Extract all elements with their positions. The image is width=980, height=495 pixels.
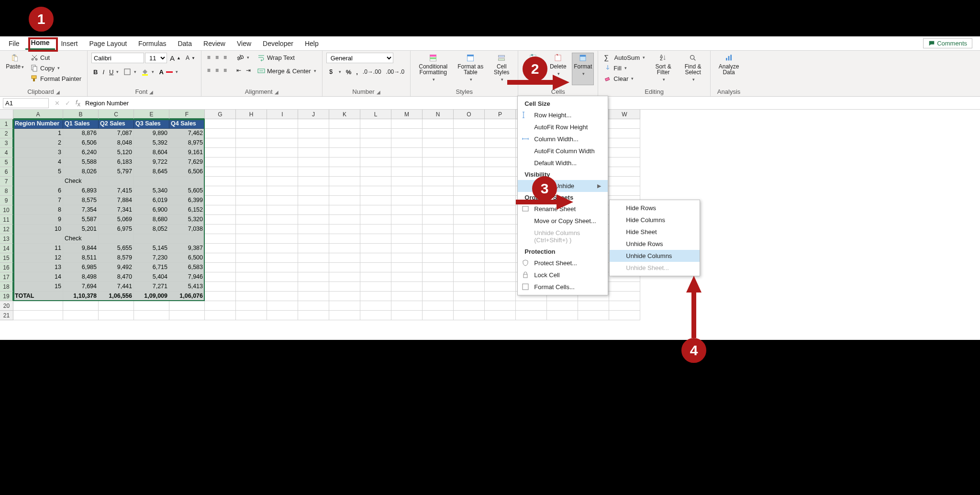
cell[interactable]: 8,498: [63, 272, 99, 282]
submenu-hide-rows[interactable]: Hide Rows: [610, 202, 700, 214]
cell[interactable]: 7,271: [134, 282, 169, 292]
cell[interactable]: [423, 148, 454, 158]
cell[interactable]: [267, 311, 298, 320]
alignment-launcher-icon[interactable]: ◢: [275, 90, 278, 95]
tab-formulas[interactable]: Formulas: [133, 38, 172, 49]
cell[interactable]: [454, 167, 485, 177]
cell[interactable]: 8: [13, 205, 63, 215]
row-header-5[interactable]: 5: [0, 158, 13, 167]
cell[interactable]: 1: [13, 129, 63, 138]
cell[interactable]: 4: [13, 158, 63, 167]
cell[interactable]: [578, 311, 609, 320]
col-header-O[interactable]: O: [454, 110, 485, 119]
menu-col-width[interactable]: Column Width...: [518, 133, 608, 145]
cell[interactable]: [236, 234, 267, 244]
cell[interactable]: [547, 301, 578, 311]
cell[interactable]: [134, 177, 169, 186]
cell[interactable]: [609, 292, 640, 301]
cell[interactable]: [609, 138, 640, 148]
conditional-formatting-button[interactable]: Conditional Formatting: [414, 53, 452, 85]
cell[interactable]: 7,341: [99, 205, 134, 215]
col-header-B[interactable]: B: [63, 110, 99, 119]
cell[interactable]: [99, 177, 134, 186]
row-header-9[interactable]: 9: [0, 196, 13, 205]
cell[interactable]: [423, 311, 454, 320]
cell[interactable]: [13, 177, 63, 186]
cell[interactable]: [485, 225, 516, 234]
cell[interactable]: [298, 292, 329, 301]
cell[interactable]: [205, 244, 236, 253]
col-header-P[interactable]: P: [485, 110, 516, 119]
cell[interactable]: [205, 215, 236, 225]
cell[interactable]: [391, 215, 423, 225]
cell[interactable]: [205, 186, 236, 196]
cell[interactable]: [63, 301, 99, 311]
col-header-E[interactable]: E: [134, 110, 169, 119]
row-header-11[interactable]: 11: [0, 215, 13, 225]
align-top-button[interactable]: ≡: [205, 53, 212, 62]
cell[interactable]: [454, 301, 485, 311]
cell[interactable]: [485, 129, 516, 138]
cell[interactable]: 6,500: [169, 253, 205, 263]
cell[interactable]: [360, 234, 391, 244]
cell[interactable]: [236, 263, 267, 272]
cell[interactable]: [391, 186, 423, 196]
cell[interactable]: [516, 301, 547, 311]
submenu-hide-sheet[interactable]: Hide Sheet: [610, 226, 700, 238]
decrease-indent-button[interactable]: ⇤: [234, 66, 243, 75]
cell[interactable]: [236, 177, 267, 186]
font-color-button[interactable]: A: [157, 68, 179, 77]
cell[interactable]: [485, 311, 516, 320]
tab-home[interactable]: Home: [25, 37, 56, 50]
row-header-8[interactable]: 8: [0, 186, 13, 196]
format-cells-button[interactable]: Format: [572, 53, 594, 85]
menu-lock-cell[interactable]: Lock Cell: [518, 269, 608, 281]
cell[interactable]: [391, 196, 423, 205]
cell[interactable]: [267, 119, 298, 129]
cell[interactable]: 7,415: [99, 186, 134, 196]
cell[interactable]: 15: [13, 282, 63, 292]
cell[interactable]: [329, 263, 360, 272]
cell[interactable]: 9,844: [63, 244, 99, 253]
cell[interactable]: [360, 119, 391, 129]
cell[interactable]: 1,06,076: [169, 292, 205, 301]
cell[interactable]: [205, 205, 236, 215]
cell[interactable]: [609, 186, 640, 196]
cell[interactable]: [423, 282, 454, 292]
cell[interactable]: 7,354: [63, 205, 99, 215]
cell[interactable]: [454, 205, 485, 215]
cell[interactable]: [236, 215, 267, 225]
col-header-G[interactable]: G: [205, 110, 236, 119]
cell[interactable]: [360, 205, 391, 215]
cell[interactable]: [360, 177, 391, 186]
cell[interactable]: Q2 Sales: [99, 119, 134, 129]
cell[interactable]: 7,462: [169, 129, 205, 138]
cell[interactable]: [609, 148, 640, 158]
cell[interactable]: [329, 148, 360, 158]
cell[interactable]: 9: [13, 215, 63, 225]
cell[interactable]: [423, 138, 454, 148]
cancel-formula-icon[interactable]: ✕: [52, 100, 62, 107]
cell[interactable]: [99, 301, 134, 311]
decrease-decimal-button[interactable]: .00→.0: [384, 68, 407, 76]
number-format-select[interactable]: General: [326, 53, 393, 63]
cell[interactable]: [205, 138, 236, 148]
cell[interactable]: [454, 196, 485, 205]
cell[interactable]: [360, 253, 391, 263]
cell[interactable]: [267, 129, 298, 138]
cell[interactable]: [267, 148, 298, 158]
row-header-13[interactable]: 13: [0, 234, 13, 244]
cell[interactable]: [391, 253, 423, 263]
col-header-W[interactable]: W: [609, 110, 640, 119]
cell[interactable]: [485, 119, 516, 129]
cell[interactable]: 8,680: [134, 215, 169, 225]
col-header-H[interactable]: H: [236, 110, 267, 119]
cell[interactable]: 7,884: [99, 196, 134, 205]
row-header-20[interactable]: 20: [0, 301, 13, 311]
tab-insert[interactable]: Insert: [55, 38, 83, 49]
cell[interactable]: [99, 311, 134, 320]
cell[interactable]: 6,900: [134, 205, 169, 215]
cell[interactable]: [516, 311, 547, 320]
cell[interactable]: [298, 186, 329, 196]
cell[interactable]: [205, 301, 236, 311]
